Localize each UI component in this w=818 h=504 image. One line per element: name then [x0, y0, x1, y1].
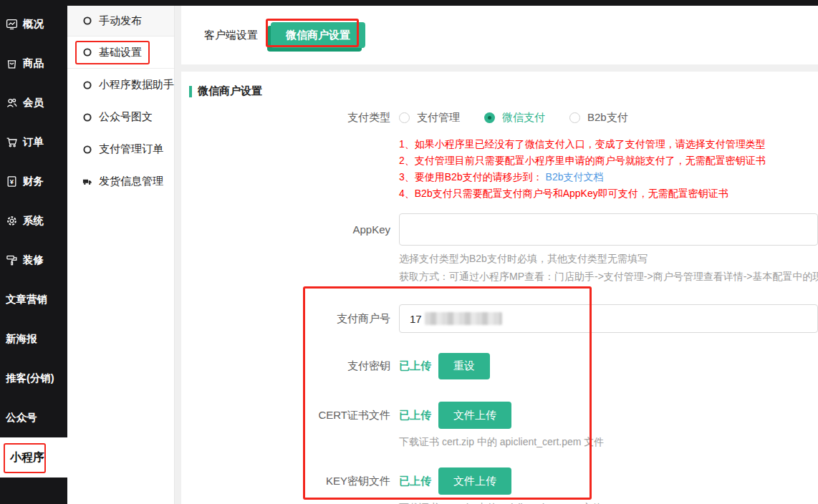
chart-icon	[6, 18, 19, 31]
sidebar-item-system[interactable]: 系统	[0, 201, 67, 241]
radio-b2b-pay[interactable]: B2b支付	[569, 111, 628, 125]
appkey-help-2: 获取方式：可通过小程序MP查看：门店助手->支付管理->商户号管理查看详情->基…	[399, 268, 818, 286]
sidebar-item-label: 系统	[23, 214, 44, 228]
cert-status-badge: 已上传	[399, 409, 431, 422]
finance-icon: ¥	[6, 175, 19, 188]
key-upload-button[interactable]: 文件上传	[438, 467, 511, 495]
radio-wechat-pay[interactable]: 微信支付	[484, 111, 545, 125]
goods-bag-icon	[6, 57, 19, 70]
wechat-merchant-settings-panel: 微信商户设置 支付类型 支付管理 微信支付 B2b支付 1、如果小程序里已经没有…	[181, 72, 818, 504]
pay-type-notes: 1、如果小程序里已经没有了微信支付入口，变成了支付管理，请选择支付管理类型 2、…	[399, 136, 818, 202]
radio-checked-icon[interactable]	[484, 112, 495, 123]
members-icon	[6, 97, 19, 110]
submenu-item-label: 小程序数据助手	[99, 78, 174, 92]
cert-file-row: CERT证书文件 已上传 文件上传	[181, 402, 818, 429]
appkey-row: AppKey	[181, 213, 818, 246]
key-help: 下载证书 cert.zip 中的 apiclient_key.pem 文件	[399, 499, 818, 504]
section-accent-bar	[189, 86, 192, 97]
sidebar-item-finance[interactable]: ¥ 财务	[0, 162, 67, 201]
sidebar-item-goods[interactable]: 商品	[0, 44, 67, 83]
sidebar-item-label: 概况	[23, 17, 44, 31]
submenu-item-official-articles[interactable]: 公众号图文	[67, 101, 174, 133]
circle-icon	[82, 47, 92, 57]
key-file-row: KEY密钥文件 已上传 文件上传	[181, 467, 818, 495]
tab-client-settings[interactable]: 客户端设置	[204, 29, 258, 42]
submenu-item-shipping-info[interactable]: 发货信息管理	[67, 165, 174, 198]
appkey-help-1: 选择支付类型为B2b支付时必填，其他支付类型无需填写	[399, 250, 818, 268]
sidebar-item-article-marketing[interactable]: 文章营销	[0, 280, 67, 319]
submenu-item-label: 支付管理订单	[99, 142, 163, 156]
svg-text:¥: ¥	[10, 178, 14, 185]
pay-type-label: 支付类型	[181, 111, 390, 125]
key-file-label: KEY密钥文件	[181, 475, 390, 488]
circle-icon	[82, 112, 92, 122]
pay-type-row: 支付类型 支付管理 微信支付 B2b支付	[181, 111, 818, 125]
sidebar-item-label: 新海报	[6, 332, 37, 346]
sidebar-item-decoration[interactable]: 装修	[0, 241, 67, 280]
sidebar-item-label: 推客(分销)	[6, 372, 54, 385]
circle-icon	[82, 16, 92, 26]
cert-help: 下载证书 cert.zip 中的 apiclient_cert.pem 文件	[399, 433, 818, 451]
redacted-value-blur	[425, 312, 502, 325]
circle-icon	[82, 145, 92, 155]
circle-icon	[82, 80, 92, 90]
note-line-3: 3、要使用B2b支付的请移步到： B2b支付文档	[399, 169, 818, 185]
truck-icon	[82, 177, 92, 187]
sidebar-item-label: 文章营销	[6, 293, 47, 306]
submenu-item-label: 手动发布	[99, 14, 142, 28]
sidebar-item-new-poster[interactable]: 新海报	[0, 319, 67, 359]
note-line-1: 1、如果小程序里已经没有了微信支付入口，变成了支付管理，请选择支付管理类型	[399, 136, 818, 152]
paint-roller-icon	[6, 254, 19, 267]
sidebar-item-label: 小程序	[6, 450, 44, 465]
merchant-id-label: 支付商户号	[181, 312, 390, 326]
sidebar-item-orders[interactable]: 订单	[0, 122, 67, 162]
radio-icon[interactable]	[569, 112, 580, 123]
appkey-input[interactable]	[399, 213, 818, 246]
submenu-item-basic-settings[interactable]: 基础设置	[67, 37, 174, 69]
sidebar-item-label: 装修	[23, 253, 44, 267]
key-status-badge: 已上传	[399, 475, 431, 488]
sidebar-item-label: 财务	[23, 175, 44, 188]
merchant-id-value: 17	[410, 313, 422, 325]
radio-pay-management[interactable]: 支付管理	[399, 111, 460, 125]
sidebar-item-label: 商品	[23, 57, 44, 70]
sidebar-item-official-account[interactable]: 公众号	[0, 398, 67, 437]
section-header: 微信商户设置	[189, 84, 818, 98]
pay-secret-status-badge: 已上传	[399, 359, 431, 373]
sidebar-item-mini-program[interactable]: 小程序	[0, 437, 67, 478]
cert-file-label: CERT证书文件	[181, 409, 390, 422]
sidebar-item-overview[interactable]: 概况	[0, 4, 67, 44]
submenu-item-label: 公众号图文	[99, 110, 153, 124]
merchant-id-input[interactable]: 17	[399, 304, 818, 333]
mini-program-submenu: 手动发布 基础设置 小程序数据助手 公众号图文 支付管理订单	[67, 6, 175, 504]
note-line-2: 2、支付管理目前只需要配置小程序里申请的商户号就能支付了，无需配置密钥证书	[399, 152, 818, 169]
sidebar-item-label: 订单	[23, 135, 44, 149]
submenu-item-label: 发货信息管理	[99, 175, 163, 188]
pay-secret-row: 支付密钥 已上传 重设	[181, 353, 818, 379]
cart-icon	[6, 136, 19, 149]
settings-tabs-panel: 客户端设置 微信商户设置	[181, 6, 818, 64]
note-line-4: 4、B2b支付只需要配置支付商户号和AppKey即可支付，无需配置密钥证书	[399, 185, 818, 202]
tab-wechat-merchant-settings[interactable]: 微信商户设置	[271, 22, 365, 48]
primary-sidebar: 概况 商品 会员 订单	[0, 0, 67, 504]
merchant-id-row: 支付商户号 17	[181, 304, 818, 333]
sidebar-item-label: 会员	[23, 96, 44, 110]
sidebar-item-label: 公众号	[6, 411, 37, 425]
b2b-doc-link[interactable]: B2b支付文档	[546, 171, 604, 183]
top-dark-strip	[67, 0, 818, 6]
gear-icon	[6, 215, 19, 228]
submenu-item-label: 基础设置	[99, 46, 142, 59]
submenu-item-payment-orders[interactable]: 支付管理订单	[67, 133, 174, 165]
sidebar-item-members[interactable]: 会员	[0, 83, 67, 122]
radio-icon[interactable]	[399, 112, 410, 123]
appkey-label: AppKey	[181, 223, 390, 236]
submenu-item-manual-publish[interactable]: 手动发布	[67, 6, 174, 37]
cert-upload-button[interactable]: 文件上传	[438, 402, 511, 429]
submenu-item-data-assistant[interactable]: 小程序数据助手	[67, 69, 174, 101]
pay-secret-label: 支付密钥	[181, 359, 390, 373]
sidebar-item-distribution[interactable]: 推客(分销)	[0, 359, 67, 398]
section-title: 微信商户设置	[198, 84, 262, 98]
reset-secret-button[interactable]: 重设	[438, 353, 490, 379]
